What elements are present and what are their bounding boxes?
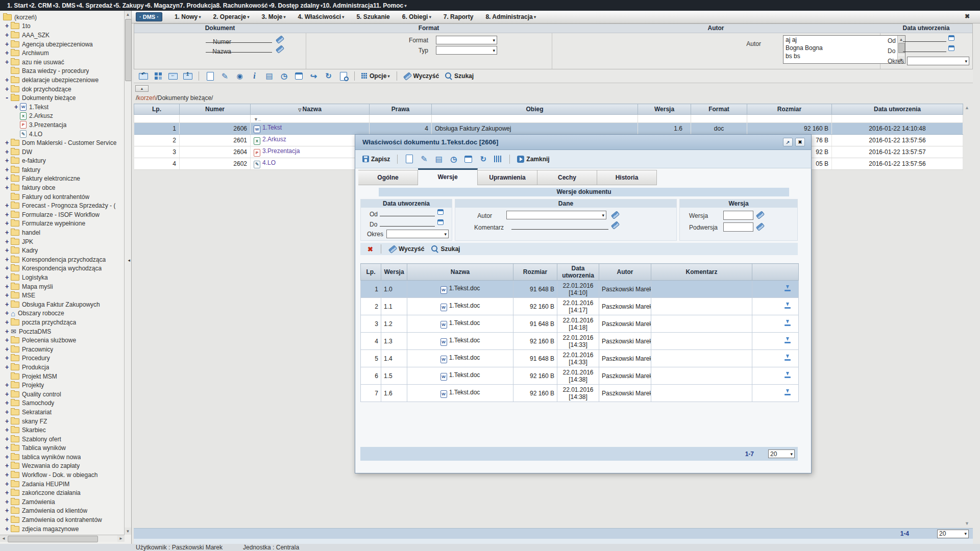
download-icon[interactable] — [784, 337, 791, 343]
column-header[interactable]: Obieg — [432, 104, 638, 115]
column-header[interactable]: Wersja — [381, 264, 407, 281]
tree-expander[interactable]: + — [4, 436, 10, 443]
collapse-filter-button[interactable]: ▲ — [135, 85, 149, 92]
version-row[interactable]: 2 1.1 1.Tekst.doc 92 160 B 22.01.2016[14… — [361, 298, 799, 315]
tree-item[interactable]: + Skarbiec — [0, 425, 125, 435]
column-header[interactable]: Wersja — [638, 104, 691, 115]
tree-item[interactable]: + faktury — [0, 165, 125, 174]
page-size-select[interactable]: 20 — [768, 449, 795, 458]
tree-item[interactable]: + Obsługa Faktur Zakupowych — [0, 300, 125, 309]
page-size-select[interactable]: 20 — [937, 530, 969, 538]
tree-expander[interactable]: + — [4, 148, 10, 156]
version-row[interactable]: 5 1.4 1.Tekst.doc 91 648 B 22.01.2016[14… — [361, 350, 799, 367]
tree-item[interactable]: + Workflow - Dok. w obiegach — [0, 470, 125, 480]
tree-expander[interactable]: + — [4, 489, 10, 496]
menubar-item[interactable]: 1. Start — [7, 2, 31, 9]
tree-item[interactable]: + Zamówienia od klientów — [0, 507, 125, 516]
sidebar-vertical-scrollbar[interactable]: ▲ ▼ — [124, 11, 131, 535]
tree-expander[interactable]: + — [4, 418, 10, 425]
column-filter-icon[interactable]: ▼.. — [254, 117, 261, 122]
tree-item[interactable]: + Zamówienia — [0, 497, 125, 507]
opcje-button[interactable]: Opcje — [359, 72, 392, 80]
tree-item[interactable]: Faktury od kontrahentów — [0, 192, 125, 202]
tree-expander[interactable]: + — [4, 301, 10, 308]
calendar-icon[interactable] — [292, 71, 305, 82]
tree-item[interactable]: + Polecenia służbowe — [0, 336, 125, 345]
version-row[interactable]: 6 1.5 1.Tekst.doc 92 160 B 22.01.2016[14… — [361, 367, 799, 385]
history-icon[interactable] — [477, 154, 489, 164]
numer-input[interactable] — [206, 35, 272, 43]
okres-select[interactable] — [907, 57, 969, 65]
scroll-right-icon[interactable]: ► — [117, 535, 125, 542]
tree-item[interactable]: 3.Prezentacja — [0, 120, 125, 130]
doc-search-icon[interactable] — [337, 71, 350, 82]
tree-expander[interactable]: + — [4, 247, 10, 254]
column-header[interactable]: Lp. — [134, 104, 180, 115]
tab[interactable]: Uprawnienia — [478, 170, 537, 185]
tree-item[interactable]: + Faktury elektroniczne — [0, 174, 125, 184]
tree-expander[interactable]: + — [4, 409, 10, 416]
tree-expander[interactable]: + — [4, 292, 10, 299]
tree-expander[interactable]: + — [4, 229, 10, 236]
list-view-icon[interactable] — [432, 154, 445, 164]
tree-item[interactable]: - Dokumenty bieżące — [0, 93, 125, 103]
tree-item[interactable]: + Korespondencja wychodząca — [0, 264, 125, 273]
tree-item[interactable]: + Forecast - Prognoza Sprzedaży - ( — [0, 201, 125, 210]
szukaj-button[interactable]: Szukaj — [429, 245, 462, 253]
typ-select[interactable] — [436, 46, 497, 55]
tab[interactable]: Wersje — [418, 168, 478, 185]
scroll-down-icon[interactable]: ▼ — [965, 521, 969, 526]
date-od-input[interactable] — [380, 209, 435, 216]
tree-expander[interactable]: + — [4, 498, 10, 506]
tree-item[interactable]: + Pracownicy — [0, 345, 125, 354]
tree-item[interactable]: + MSE — [0, 291, 125, 300]
tree-item[interactable]: + Mapa myśli — [0, 282, 125, 291]
tree-expander[interactable]: + — [4, 59, 10, 66]
scroll-left-icon[interactable]: ◄ — [0, 535, 7, 542]
tree-expander[interactable]: + — [4, 364, 10, 371]
calendar-picker-icon[interactable] — [437, 209, 444, 215]
tree-item[interactable]: + Zadania HEUPIM — [0, 480, 125, 489]
menubar-item[interactable]: 7. Produkcja — [180, 2, 216, 9]
tree-item[interactable]: + e-faktury — [0, 157, 125, 166]
sidebar-horizontal-scrollbar[interactable]: ◄ ► — [0, 535, 125, 542]
tree-expander[interactable]: + — [4, 481, 10, 488]
barcode-icon[interactable] — [492, 154, 504, 164]
eraser-icon[interactable] — [756, 222, 765, 231]
scrollbar-thumb[interactable] — [125, 19, 132, 81]
podwersja-input[interactable] — [723, 222, 753, 232]
dms-module-button[interactable]: DMS — [136, 12, 162, 21]
column-header[interactable]: Numer — [180, 104, 251, 115]
tree-expander[interactable]: + — [4, 22, 10, 30]
tree-item[interactable]: + Logistyka — [0, 273, 125, 282]
clock-icon[interactable] — [447, 154, 460, 164]
wersja-input[interactable] — [723, 211, 753, 220]
tree-item[interactable]: + Projekty — [0, 381, 125, 390]
close-dialog-button[interactable]: Zamknij — [515, 156, 551, 163]
calendar-picker-icon[interactable] — [437, 219, 444, 225]
menubar-item[interactable]: 4. Sprzedaż — [79, 2, 115, 9]
format-select[interactable] — [436, 36, 497, 44]
eraser-icon[interactable] — [756, 211, 765, 219]
tree-expander[interactable]: + — [4, 41, 10, 48]
download-icon[interactable] — [784, 320, 791, 326]
column-header[interactable]: Rozmiar — [747, 104, 832, 115]
document-link[interactable]: 2.Arkusz — [262, 136, 286, 143]
tree-expander[interactable]: + — [4, 184, 10, 191]
tree-item[interactable]: + DW — [0, 147, 125, 157]
tree-expander[interactable]: + — [4, 86, 10, 93]
tree-item[interactable]: + Agencja ubezpieczeniowa — [0, 40, 125, 49]
tree-expander[interactable]: + — [4, 283, 10, 290]
version-row[interactable]: 1 1.0 1.Tekst.doc 91 648 B 22.01.2016[14… — [361, 281, 799, 298]
menubar-item[interactable]: 6. Magazyn — [147, 2, 180, 9]
forward-icon[interactable] — [307, 71, 320, 82]
tree-item[interactable]: + Samochody — [0, 399, 125, 408]
dms-menu-item[interactable]: 3. Moje — [262, 13, 286, 20]
new-doc-icon[interactable] — [403, 154, 415, 164]
tree-expander[interactable]: + — [4, 32, 10, 39]
record-icon[interactable] — [233, 71, 246, 82]
tree-expander[interactable]: + — [4, 355, 10, 362]
table-row[interactable]: 126061.Tekst4Obsługa Faktury Zakupowej1.… — [134, 123, 963, 135]
tree-item[interactable]: + Korespondencja przychodząca — [0, 255, 125, 264]
wyczysc-button[interactable]: Wyczyść — [387, 245, 426, 253]
